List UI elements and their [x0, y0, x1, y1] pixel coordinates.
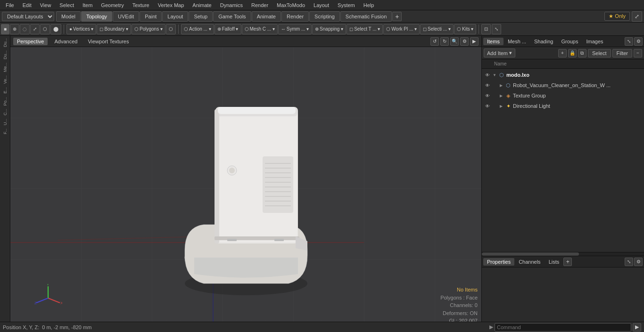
menu-texture[interactable]: Texture: [129, 1, 153, 9]
menu-geometry[interactable]: Geometry: [97, 1, 127, 9]
edge-button[interactable]: ⬡: [166, 24, 176, 34]
vp-refresh-icon[interactable]: ↺: [430, 37, 439, 46]
selection-circle-button[interactable]: ⬤: [50, 24, 61, 34]
sidebar-item-pol[interactable]: Po...: [2, 96, 8, 107]
vp-search-icon[interactable]: 🔍: [450, 37, 459, 46]
menu-dynamics[interactable]: Dynamics: [216, 1, 247, 9]
tab-mesh[interactable]: Mesh ...: [504, 38, 530, 45]
sidebar-item-mesh[interactable]: Me...: [2, 61, 8, 73]
polygon-mode-button[interactable]: ⬡: [40, 24, 50, 34]
select-button[interactable]: Select: [588, 49, 611, 57]
menu-maxtomod[interactable]: MaxToModo: [273, 1, 309, 9]
visibility-toggle-robot[interactable]: 👁: [484, 81, 491, 89]
tab-lists[interactable]: Lists: [545, 258, 563, 266]
items-settings-icon[interactable]: ⚙: [634, 37, 643, 46]
kits-button[interactable]: ⬡ Kits ▾: [454, 24, 476, 34]
symm-button[interactable]: ↔ Symm ... ▾: [278, 24, 312, 34]
transform-button[interactable]: ⤢: [30, 24, 40, 34]
star-only-button[interactable]: ★ Only: [604, 12, 630, 21]
items-minus-icon[interactable]: −: [634, 49, 642, 57]
menu-help[interactable]: Help: [360, 1, 378, 9]
view-mode-button[interactable]: ⊡: [481, 24, 491, 34]
command-input[interactable]: [495, 323, 631, 332]
visibility-toggle-light[interactable]: 👁: [484, 102, 491, 110]
vp-tab-viewport-textures[interactable]: Viewport Textures: [84, 38, 132, 45]
props-add-button[interactable]: +: [563, 258, 572, 266]
command-execute-button[interactable]: ▶: [633, 323, 641, 332]
vp-rotate-icon[interactable]: ↻: [440, 37, 449, 46]
sidebar-item-dup[interactable]: Du...: [2, 37, 8, 49]
tab-properties[interactable]: Properties: [483, 258, 514, 266]
tab-model[interactable]: Model: [56, 11, 81, 22]
props-expand-icon[interactable]: ⤡: [625, 258, 633, 266]
items-scrollbar[interactable]: [482, 252, 644, 256]
tab-setup[interactable]: Setup: [189, 11, 213, 22]
tab-add-button[interactable]: +: [392, 12, 402, 21]
command-arrow-icon[interactable]: ▶: [489, 324, 493, 330]
3d-viewport[interactable]: Perspective Advanced Viewport Textures ↺…: [10, 36, 481, 322]
expand-view-button[interactable]: ⤡: [492, 24, 501, 34]
tree-item-robot-vacuum[interactable]: 👁 ▶ ⬡ Robot_Vacuum_Cleaner_on_Station_W …: [482, 80, 644, 90]
props-settings-icon[interactable]: ⚙: [634, 258, 643, 266]
snapping-button[interactable]: ⊕ Snapping ▾: [312, 24, 346, 34]
select-t-button[interactable]: ◻ Select T ... ▾: [347, 24, 383, 34]
lasso-button[interactable]: ◌: [20, 24, 30, 34]
mesh-c-button[interactable]: ⬡ Mesh C ... ▾: [242, 24, 278, 34]
expand-button[interactable]: ⤢: [632, 11, 642, 22]
expand-arrow-robot[interactable]: ▶: [499, 83, 504, 88]
items-duplicate-icon[interactable]: ⧉: [578, 49, 586, 57]
tab-images[interactable]: Images: [582, 38, 607, 45]
menu-file[interactable]: File: [2, 1, 18, 9]
globe-button[interactable]: ⊕: [10, 24, 19, 34]
items-list[interactable]: 👁 ▼ ⬡ modo.lxo 👁 ▶ ⬡ Robot_Vacuum_Cleane…: [482, 69, 644, 252]
menu-item[interactable]: Item: [79, 1, 96, 9]
boundary-button[interactable]: ◻ Boundary ▾: [97, 24, 131, 34]
tab-layout[interactable]: Layout: [162, 11, 188, 22]
work-pl-button[interactable]: ⬡ Work Pl ... ▾: [383, 24, 420, 34]
tree-item-modo-lxo[interactable]: 👁 ▼ ⬡ modo.lxo: [482, 70, 644, 80]
vp-settings-icon[interactable]: ⚙: [460, 37, 469, 46]
vp-more-icon[interactable]: ▶: [470, 37, 479, 46]
filter-button[interactable]: Filter: [612, 49, 632, 57]
tab-uvedit[interactable]: UVEdit: [113, 11, 139, 22]
items-lock-icon[interactable]: 🔒: [568, 49, 577, 57]
tree-item-texture-group[interactable]: 👁 ▶ ◈ Texture Group: [482, 90, 644, 101]
sidebar-item-c[interactable]: C...: [2, 107, 8, 117]
menu-vertex-map[interactable]: Vertex Map: [154, 1, 188, 9]
expand-arrow-light[interactable]: ▶: [499, 104, 504, 108]
action-button[interactable]: ⬡ Action ... ▾: [181, 24, 214, 34]
tab-items[interactable]: Items: [483, 38, 504, 45]
menu-system[interactable]: System: [334, 1, 359, 9]
falloff-button[interactable]: ⊕ Falloff ▾: [215, 24, 241, 34]
items-expand-icon[interactable]: ⤡: [625, 37, 633, 46]
menu-view[interactable]: View: [36, 1, 55, 9]
sidebar-item-vert[interactable]: Ve...: [2, 74, 8, 85]
layout-selector[interactable]: Default Layouts: [2, 12, 54, 21]
sidebar-item-dup2[interactable]: Du...: [2, 49, 8, 61]
tab-channels[interactable]: Channels: [515, 258, 544, 266]
vp-tab-perspective[interactable]: Perspective: [13, 38, 48, 45]
vertices-button[interactable]: ● Vertices ▾: [66, 24, 96, 34]
menu-edit[interactable]: Edit: [19, 1, 35, 9]
sidebar-item-u[interactable]: U...: [2, 117, 8, 127]
polygons-button[interactable]: ⬡ Polygons ▾: [132, 24, 165, 34]
tab-paint[interactable]: Paint: [140, 11, 162, 22]
menu-render[interactable]: Render: [248, 1, 272, 9]
tab-animate[interactable]: Animate: [252, 11, 281, 22]
tab-shading[interactable]: Shading: [530, 38, 557, 45]
tab-render[interactable]: Render: [281, 11, 309, 22]
tab-groups[interactable]: Groups: [557, 38, 582, 45]
tree-item-directional-light[interactable]: 👁 ▶ ✦ Directional Light: [482, 101, 644, 111]
tab-topology[interactable]: Topology: [81, 11, 112, 22]
selecti-button[interactable]: ◻ Selecti ... ▾: [420, 24, 454, 34]
menu-select[interactable]: Select: [56, 1, 78, 9]
vp-tab-advanced[interactable]: Advanced: [50, 38, 81, 45]
sidebar-item-e[interactable]: E...: [2, 86, 8, 95]
tab-scripting[interactable]: Scripting: [309, 11, 340, 22]
sidebar-item-f[interactable]: F...: [2, 127, 8, 136]
items-new-icon[interactable]: +: [558, 49, 567, 57]
tab-game-tools[interactable]: Game Tools: [213, 11, 251, 22]
expand-arrow-modo[interactable]: ▼: [492, 73, 497, 77]
visibility-toggle-texture[interactable]: 👁: [484, 92, 491, 99]
visibility-toggle-modo[interactable]: 👁: [484, 71, 491, 79]
